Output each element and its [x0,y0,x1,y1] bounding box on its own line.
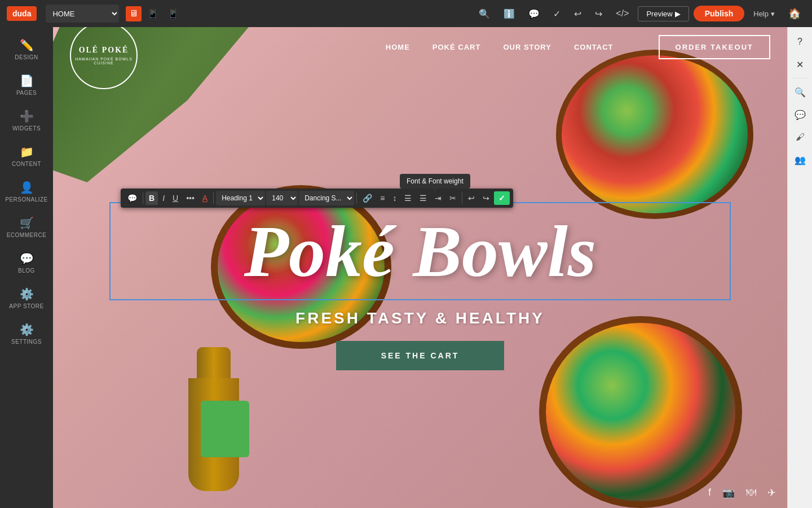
toolbar-size-select[interactable]: 140 [266,191,298,205]
sidebar: ✏️ DESIGN 📄 PAGES ➕ WIDGETS 📁 CONTENT 👤 … [0,27,53,508]
personalize-icon: 👤 [20,181,34,194]
toolbar-heading-select[interactable]: Heading 1 [216,191,265,205]
pages-icon: 📄 [20,74,34,87]
sidebar-label-pages: PAGES [16,90,37,96]
sidebar-item-widgets[interactable]: ➕ WIDGETS [4,104,49,137]
toolbar-separator-2 [213,192,214,204]
mobile-device-btn[interactable]: 📱 [164,6,182,21]
sidebar-item-design[interactable]: ✏️ DESIGN [4,33,49,66]
toolbar-separator-1 [143,192,143,204]
right-panel-people-btn[interactable]: 👥 [790,150,810,170]
format-toolbar: 💬 B I U ••• A Heading 1 140 Dancing [121,189,513,208]
publish-btn[interactable]: Publish [694,6,745,21]
toolbar-link-btn[interactable]: 🔗 [359,191,376,205]
search-icon-btn[interactable]: 🔍 [474,6,495,21]
toolbar-separator-4 [462,192,462,204]
tripadvisor-icon[interactable]: ✈ [767,487,776,499]
redo-icon-btn[interactable]: ↪ [590,6,607,21]
toolbar-line-height-btn[interactable]: ↕ [389,191,400,205]
logo-subtext: HAWAIIAN POKÉ BOWLS CUISINE [71,57,136,65]
sidebar-item-personalize[interactable]: 👤 PERSONALIZE [4,175,49,208]
comment-icon-btn[interactable]: 💬 [524,6,544,21]
undo-icon-btn[interactable]: ↩ [570,6,586,21]
desktop-device-btn[interactable]: 🖥 [126,6,142,21]
tablet-device-btn[interactable]: 📱 [144,6,162,21]
device-icons: 🖥 📱 📱 [126,6,182,21]
canvas-area: OLÉ POKÉ HAWAIIAN POKÉ BOWLS CUISINE HOM… [53,27,787,508]
toolbar-bold-btn[interactable]: B [145,191,158,205]
see-cart-btn[interactable]: SEE THE CART [336,341,505,370]
toolbar-italic-btn[interactable]: I [159,191,168,205]
toolbar-unlink-btn[interactable]: ✂ [446,191,460,205]
facebook-icon[interactable]: f [708,487,711,499]
nav-links: HOME POKÉ CART OUR STORY CONTACT ORDER T… [386,35,770,59]
instagram-icon[interactable]: 📷 [722,487,735,499]
check-icon-btn[interactable]: ✓ [549,6,565,21]
right-panel-separator-1 [792,78,808,78]
toolbar-font-color-btn[interactable]: A [199,191,211,205]
sidebar-label-ecommerce: ECOMMERCE [7,232,47,238]
toolbar-undo-btn[interactable]: ↩ [465,191,478,205]
right-panel-comment-btn[interactable]: 💬 [790,104,810,125]
site-logo: OLÉ POKÉ HAWAIIAN POKÉ BOWLS CUISINE [70,27,138,89]
toolbar-confirm-btn[interactable]: ✓ [494,191,510,205]
sidebar-label-widgets: WIDGETS [12,125,41,132]
sidebar-label-content: CONTENT [12,161,41,167]
yelp-icon[interactable]: 🍽 [746,487,756,499]
bottle-label [201,401,249,457]
toolbar-more-btn[interactable]: ••• [183,191,198,205]
logo-circle: OLÉ POKÉ HAWAIIAN POKÉ BOWLS CUISINE [70,27,138,89]
sidebar-label-settings: SETTINGS [11,339,42,345]
toolbar-comment-btn[interactable]: 💬 [124,191,140,205]
sidebar-item-content[interactable]: 📁 CONTENT [4,139,49,173]
sidebar-item-blog[interactable]: 💬 BLOG [4,246,49,279]
sidebar-item-ecommerce[interactable]: 🛒 ECOMMERCE [4,211,49,244]
sidebar-item-appstore[interactable]: ⚙️ APP STORE [4,282,49,315]
hero-text-area: Poké Bowls FRESH TASTY & HEALTHY SEE THE… [109,202,731,370]
toolbar-separator-3 [356,192,357,204]
main-layout: ✏️ DESIGN 📄 PAGES ➕ WIDGETS 📁 CONTENT 👤 … [0,27,812,508]
toolbar-indent-btn[interactable]: ⇥ [431,191,445,205]
content-icon: 📁 [20,145,34,159]
duda-logo: duda [7,6,37,21]
right-panel-close-btn[interactable]: ✕ [790,54,810,75]
page-select[interactable]: HOME [46,5,119,23]
toolbar-align-btn[interactable]: ≡ [377,191,388,205]
toolbar-redo-btn[interactable]: ↪ [479,191,493,205]
info-icon-btn[interactable]: ℹ️ [499,6,519,21]
toolbar-numlist-btn[interactable]: ☰ [416,191,430,205]
settings-icon: ⚙️ [20,323,34,336]
right-panel-brush-btn[interactable]: 🖌 [790,127,810,147]
social-bar: f 📷 🍽 ✈ [708,487,776,499]
site-navigation: OLÉ POKÉ HAWAIIAN POKÉ BOWLS CUISINE HOM… [53,27,787,67]
bottle-body [188,378,239,491]
code-icon-btn[interactable]: </> [611,6,633,21]
toolbar-bullet-btn[interactable]: ☰ [401,191,415,205]
widgets-icon: ➕ [20,110,34,123]
toolbar-underline-btn[interactable]: U [169,191,182,205]
sidebar-item-pages[interactable]: 📄 PAGES [4,68,49,102]
help-btn[interactable]: Help ▾ [749,7,779,20]
ecommerce-icon: 🛒 [20,216,34,230]
nav-link-poke-cart[interactable]: POKÉ CART [433,43,481,51]
preview-btn[interactable]: Preview ▶ [638,6,689,21]
design-icon: ✏️ [20,38,34,52]
hero-title[interactable]: Poké Bowls [133,214,707,288]
sidebar-item-settings[interactable]: ⚙️ SETTINGS [4,317,49,351]
nav-link-our-story[interactable]: OUR STORY [503,43,551,51]
hero-background: OLÉ POKÉ HAWAIIAN POKÉ BOWLS CUISINE HOM… [53,27,787,508]
website: OLÉ POKÉ HAWAIIAN POKÉ BOWLS CUISINE HOM… [53,27,787,508]
right-panel-zoom-btn[interactable]: 🔍 [790,82,810,102]
right-panel: ? ✕ 🔍 💬 🖌 👥 [787,27,812,508]
hero-title-box[interactable]: Poké Bowls [109,202,731,300]
appstore-icon: ⚙️ [20,287,34,301]
toolbar-font-select[interactable]: Dancing S... [299,191,354,205]
sidebar-label-design: DESIGN [15,54,38,60]
nav-link-home[interactable]: HOME [386,43,410,51]
home-icon-btn[interactable]: 🏠 [784,5,805,22]
nav-link-contact[interactable]: CONTACT [574,43,614,51]
bowl-top-right [556,50,753,219]
sidebar-label-appstore: APP STORE [9,303,43,309]
right-panel-question-btn[interactable]: ? [790,32,810,52]
order-takeout-button[interactable]: ORDER TAKEOUT [659,35,770,59]
